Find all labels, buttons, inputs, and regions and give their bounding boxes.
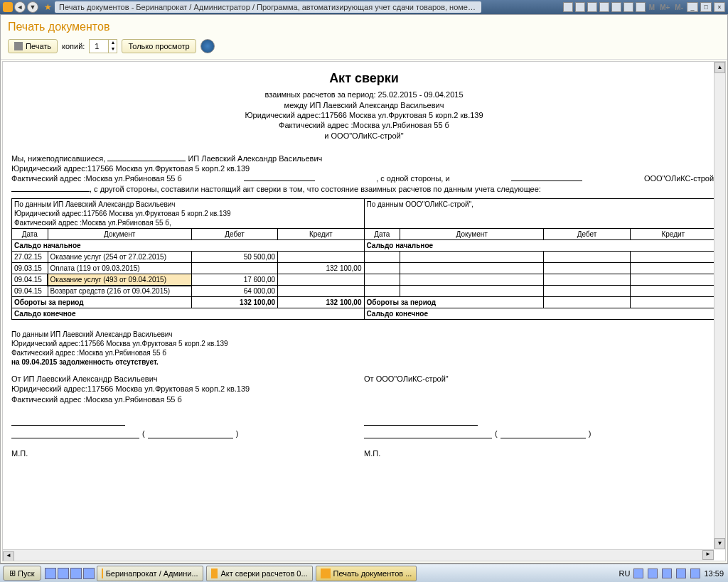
sig-line-right [364, 414, 478, 426]
table-row[interactable]: 09.04.15Возврат средств (216 от 09.04.20… [12, 286, 717, 297]
taskbar-item[interactable]: Печать документов ... [316, 566, 417, 581]
scroll-down[interactable]: ▼ [714, 538, 725, 549]
saldo-start-row: Сальдо начальное Сальдо начальное [12, 240, 717, 252]
favorite-icon[interactable]: ★ [44, 2, 52, 12]
system-tray: RU 13:59 [615, 568, 728, 578]
quick-launch-3[interactable] [70, 568, 82, 579]
sig-line-left [11, 414, 125, 426]
page-title: Печать документов [1, 15, 727, 36]
blank-1 [107, 153, 186, 161]
nav-buttons: ◄ ▼ [14, 1, 38, 13]
pre1a: Мы, нижеподписавшиеся, [11, 154, 107, 163]
preview-label: Только просмотр [128, 42, 189, 50]
maximize-button[interactable]: □ [700, 2, 712, 12]
saldo-end-row: Сальдо конечное Сальдо конечное [12, 308, 717, 320]
table-row[interactable]: 09.04.15Оказание услуг (493 от 09.04.201… [12, 274, 717, 286]
tool-icon-4[interactable] [599, 2, 609, 12]
scroll-left[interactable]: ◄ [3, 551, 14, 561]
tool-icon-6[interactable] [623, 2, 633, 12]
blank-4 [11, 184, 90, 192]
start-icon: ⊞ [9, 568, 16, 578]
quick-launch-1[interactable] [45, 568, 56, 579]
table-row[interactable]: 27.02.15Оказание услуг (254 от 27.02.201… [12, 252, 717, 263]
doc-sub1: взаимных расчетов за период: 25.02.2015 … [11, 90, 717, 99]
tool-icon-5[interactable] [611, 2, 621, 12]
nav-back-button[interactable]: ◄ [14, 1, 26, 13]
app-icon [3, 2, 13, 12]
quick-launch-2[interactable] [58, 568, 69, 579]
tray-icon-1[interactable] [633, 568, 643, 578]
start-button[interactable]: ⊞ Пуск [3, 566, 41, 581]
taskbar-item[interactable]: Беринапрокат / Админи... [97, 566, 203, 581]
pre3b: , с одной стороны, и [376, 173, 449, 183]
titlebar: ◄ ▼ ★ Печать документов - Беринапрокат /… [0, 0, 728, 14]
hdr-right: По данным ООО"ОЛиКС-строй", [364, 199, 717, 229]
turnover-row: Обороты за период 132 100,00 132 100,00 … [12, 297, 717, 308]
app-window: Печать документов Печать копий: ▲ ▼ Толь… [0, 14, 728, 564]
print-button[interactable]: Печать [8, 39, 58, 53]
document-content: Акт сверки взаимных расчетов за период: … [11, 70, 717, 459]
m-button[interactable]: M [648, 4, 656, 11]
doc-sub2: между ИП Лаевский Александр Васильевич [11, 100, 717, 110]
sig-combo-left: () [11, 429, 364, 438]
doc-sub5: и ООО"ОЛиКС-строй" [11, 131, 717, 141]
act-table: По данным ИП Лаевский Александр Васильев… [11, 198, 717, 320]
taskbar: ⊞ Пуск Беринапрокат / Админи...Акт сверк… [0, 564, 728, 582]
m-plus-button[interactable]: M+ [658, 4, 671, 11]
window-title: Печать документов - Беринапрокат / Админ… [55, 1, 481, 13]
pre4: , с другой стороны, составили настоящий … [90, 185, 541, 193]
close-button[interactable]: × [714, 2, 725, 12]
print-label: Печать [26, 42, 51, 50]
doc-sub4: Фактический адрес :Москва ул.Рябиновая 5… [11, 120, 717, 130]
sig-left: От ИП Лаевский Александр Васильевич Юрид… [11, 374, 364, 458]
table-row[interactable]: 09.03.15Оплата (119 от 09.03.2015)132 10… [12, 263, 717, 274]
sig-right: От ООО"ОЛиКС-строй" () М.П. [364, 374, 717, 458]
scrollbar-vertical[interactable]: ▲ ▼ [714, 62, 725, 549]
mp-right: М.П. [364, 448, 717, 458]
minimize-button[interactable]: _ [687, 2, 698, 12]
pre3c: ООО"ОЛиКС-строй" [644, 173, 717, 183]
copies-input[interactable] [90, 41, 104, 51]
start-label: Пуск [18, 569, 35, 578]
spinner-up[interactable]: ▲ [108, 40, 117, 46]
blank-3 [511, 173, 582, 181]
spinner-down[interactable]: ▼ [108, 46, 117, 53]
tool-icon-1[interactable] [563, 2, 573, 12]
document-area: Акт сверки взаимных расчетов за период: … [2, 61, 726, 561]
tray-icon-3[interactable] [662, 568, 672, 578]
pre2: Юридический адрес:117566 Москва ул.Фрукт… [11, 163, 717, 173]
hdr-left: По данным ИП Лаевский Александр Васильев… [12, 199, 365, 229]
nav-fwd-button[interactable]: ▼ [27, 1, 38, 13]
blank-2 [244, 173, 315, 181]
preview-button[interactable]: Только просмотр [122, 39, 196, 53]
tool-icon-2[interactable] [575, 2, 585, 12]
scroll-right[interactable]: ► [702, 550, 714, 560]
pre1b: ИП Лаевский Александр Васильевич [186, 154, 322, 163]
footer-block: По данным ИП Лаевский Александр Васильев… [11, 330, 717, 367]
clock[interactable]: 13:59 [704, 569, 724, 578]
copies-label: копий: [62, 42, 85, 50]
debt-status: на 09.04.2015 задолженность отсутствует. [11, 357, 717, 367]
col-headers: Дата Документ Дебет Кредит Дата Документ… [12, 229, 717, 240]
lang-indicator[interactable]: RU [619, 569, 631, 578]
tray-icon-4[interactable] [676, 568, 686, 578]
taskbar-item[interactable]: Акт сверки расчетов 0... [206, 566, 313, 581]
help-button[interactable] [200, 39, 215, 53]
tool-icon-3[interactable] [587, 2, 597, 12]
preamble: Мы, нижеподписавшиеся, ИП Лаевский Алекс… [11, 153, 717, 194]
doc-title: Акт сверки [11, 70, 717, 87]
toolbar: Печать копий: ▲ ▼ Только просмотр [1, 36, 727, 60]
titlebar-right: M M+ M- _ □ × [563, 2, 725, 12]
tool-icon-7[interactable] [636, 2, 646, 12]
doc-sub3: Юридический адрес:117566 Москва ул.Фрукт… [11, 110, 717, 120]
tray-icon-5[interactable] [690, 568, 700, 578]
scrollbar-horizontal[interactable]: ◄ ► [3, 549, 714, 561]
m-minus-button[interactable]: M- [673, 4, 685, 11]
signature-row: От ИП Лаевский Александр Васильевич Юрид… [11, 374, 717, 458]
printer-icon [14, 42, 23, 50]
sig-combo-right: () [364, 429, 717, 438]
scroll-up[interactable]: ▲ [714, 62, 725, 73]
tray-icon-2[interactable] [648, 568, 658, 578]
copies-spinner[interactable]: ▲ ▼ [89, 39, 117, 53]
quick-launch-4[interactable] [83, 568, 95, 579]
